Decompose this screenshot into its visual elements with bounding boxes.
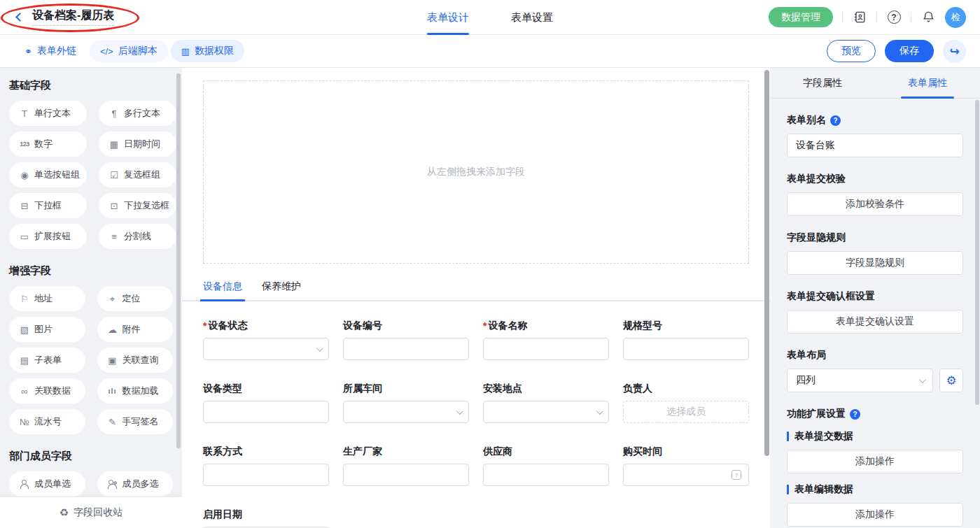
field-input-生产厂家[interactable] [343, 464, 469, 486]
sidebar-field-日期时间[interactable]: ▦日期时间 [99, 131, 176, 157]
layout-settings-button[interactable]: ⚙ [939, 369, 963, 392]
sidebar-field-附件[interactable]: ☁附件 [97, 317, 174, 342]
divider [876, 12, 877, 23]
toolbar-item-表单外链[interactable]: ⚭表单外链 [14, 40, 87, 62]
field-input-设备编号[interactable] [343, 338, 469, 360]
form-field-设备名称: *设备名称 [483, 320, 609, 360]
prop-button-表单编辑数据[interactable]: 添加操作 [787, 503, 963, 527]
sidebar-field-数据加载[interactable]: ılı数据加载 [97, 378, 174, 404]
prop-input-表单别名[interactable]: 设备台账 [787, 134, 963, 157]
sidebar-scrollbar[interactable] [176, 73, 181, 448]
toolbar-item-label: 后端脚本 [118, 45, 158, 57]
toolbar-item-后端脚本[interactable]: </>后端脚本 [90, 40, 168, 62]
sidebar-field-手写签名[interactable]: ✎手写签名 [97, 409, 174, 434]
sidebar-field-label: 日期时间 [124, 138, 160, 150]
sidebar-field-关联查询[interactable]: ▣关联查询 [97, 348, 174, 373]
sidebar-field-label: 子表单 [34, 354, 62, 366]
share-arrow-icon: ↪ [949, 44, 959, 59]
properties-tab-字段属性[interactable]: 字段属性 [770, 68, 875, 98]
field-input-设备名称[interactable] [483, 338, 609, 360]
field-grid: T单行文本¶多行文本123数字▦日期时间◉单选按钮组☑复选框组⊟下拉框⊡下拉复选… [9, 101, 173, 249]
field-recycle-bin[interactable]: ♻ 字段回收站 [0, 497, 182, 528]
sidebar-field-流水号[interactable]: №流水号 [9, 409, 85, 434]
back-button[interactable] [14, 14, 32, 20]
sidebar-field-单选按钮组[interactable]: ◉单选按钮组 [9, 162, 87, 187]
field-label: 规格型号 [623, 320, 749, 332]
sidebar-field-成员多选[interactable]: 成员多选 [97, 471, 174, 497]
field-label: 所属车间 [343, 383, 469, 395]
form-tab-设备信息[interactable]: 设备信息 [203, 280, 242, 293]
sidebar-field-label: 分割线 [124, 230, 151, 243]
sidebar-field-关联数据[interactable]: ∞关联数据 [9, 378, 85, 404]
sidebar-field-成员单选[interactable]: 成员单选 [9, 471, 85, 497]
sidebar-field-数字[interactable]: 123数字 [9, 131, 87, 157]
canvas-scrollbar[interactable] [764, 70, 769, 456]
prop-button-添加校验条件[interactable]: 添加校验条件 [787, 192, 963, 216]
field-select-所属车间[interactable] [343, 401, 469, 423]
field-label-text: 启用日期 [203, 508, 242, 521]
sidebar-field-单行文本[interactable]: T单行文本 [9, 101, 87, 126]
recycle-icon: ♻ [59, 506, 69, 519]
prop-sublabel-text: 表单编辑数据 [794, 483, 853, 496]
section-title: 部门成员字段 [9, 450, 173, 463]
form-field-设备编号: 设备编号 [343, 320, 469, 360]
prop-button-表单提交确认设置[interactable]: 表单提交确认设置 [787, 310, 963, 334]
drop-area[interactable]: 从左侧拖拽来添加字段 [203, 80, 749, 264]
preview-button[interactable]: 预览 [827, 40, 876, 62]
sidebar-field-label: 单行文本 [34, 107, 71, 120]
field-label-text: 负责人 [623, 383, 652, 395]
sidebar-field-扩展按钮[interactable]: ▭扩展按钮 [9, 224, 87, 249]
sidebar-field-子表单[interactable]: ▤子表单 [9, 348, 85, 373]
header: 设备档案-履历表 表单设计表单设置 数据管理 ? [0, 0, 980, 35]
form-field-负责人: 负责人选择成员 [623, 383, 749, 423]
sidebar-field-下拉复选框[interactable]: ⊡下拉复选框 [99, 193, 176, 218]
data-manage-button[interactable]: 数据管理 [769, 7, 833, 27]
single-line-text-icon: T [19, 109, 30, 118]
sidebar-field-label: 关联数据 [34, 385, 71, 397]
sidebar-field-多行文本[interactable]: ¶多行文本 [99, 101, 176, 126]
field-input-设备类型[interactable] [203, 401, 329, 423]
help-icon[interactable]: ? [830, 115, 841, 126]
field-member-picker[interactable]: 选择成员 [623, 401, 749, 423]
sidebar-field-下拉框[interactable]: ⊟下拉框 [9, 193, 87, 218]
sidebar-field-label: 手写签名 [122, 415, 159, 428]
header-tab-表单设计[interactable]: 表单设计 [427, 0, 469, 35]
field-date-购买时间[interactable]: 7 [623, 464, 749, 486]
field-library-sidebar: 基础字段T单行文本¶多行文本123数字▦日期时间◉单选按钮组☑复选框组⊟下拉框⊡… [0, 68, 182, 528]
sidebar-field-定位[interactable]: ⌖定位 [97, 286, 174, 311]
sidebar-field-地址[interactable]: ⚐地址 [9, 286, 85, 311]
checkbox-group-icon: ☑ [108, 171, 120, 180]
share-button[interactable]: ↪ [943, 40, 966, 63]
sidebar-field-图片[interactable]: ▧图片 [9, 317, 85, 342]
sidebar-field-分割线[interactable]: ≡分割线 [99, 224, 176, 249]
gear-icon: ⚙ [946, 373, 956, 388]
prop-label-text: 功能扩展设置 [787, 408, 846, 420]
help-icon[interactable]: ? [850, 409, 860, 420]
properties-tab-表单属性[interactable]: 表单属性 [875, 68, 980, 98]
contacts-book-icon[interactable] [852, 10, 867, 25]
prop-button-表单提交数据[interactable]: 添加操作 [787, 450, 963, 473]
help-icon[interactable]: ? [886, 10, 902, 25]
field-input-供应商[interactable] [483, 464, 609, 486]
field-select-安装地点[interactable] [483, 401, 609, 423]
properties-panel: 字段属性表单属性 表单别名?设备台账表单提交校验添加校验条件字段显隐规则字段显隐… [770, 68, 980, 528]
sidebar-field-label: 多行文本 [124, 107, 160, 120]
prop-button-字段显隐规则[interactable]: 字段显隐规则 [787, 251, 963, 275]
save-button[interactable]: 保存 [885, 40, 934, 62]
chevron-down-icon [919, 376, 926, 383]
sidebar-field-label: 图片 [34, 323, 52, 336]
prop-label-text: 表单布局 [787, 349, 826, 362]
form-layout-select[interactable]: 四列 [787, 369, 933, 392]
bell-icon[interactable] [920, 10, 936, 25]
field-label-text: 设备类型 [203, 383, 242, 395]
form-tab-保养维护[interactable]: 保养维护 [262, 280, 301, 293]
field-select-设备状态[interactable] [203, 338, 329, 360]
properties-scrollbar[interactable] [975, 100, 979, 405]
field-input-规格型号[interactable] [623, 338, 749, 360]
sidebar-field-label: 数据加载 [122, 385, 159, 397]
avatar[interactable]: 检 [945, 7, 966, 28]
header-tab-表单设置[interactable]: 表单设置 [511, 0, 553, 35]
toolbar-item-数据权限[interactable]: ▥数据权限 [171, 40, 244, 62]
field-input-联系方式[interactable] [203, 464, 329, 486]
sidebar-field-复选框组[interactable]: ☑复选框组 [99, 162, 176, 187]
